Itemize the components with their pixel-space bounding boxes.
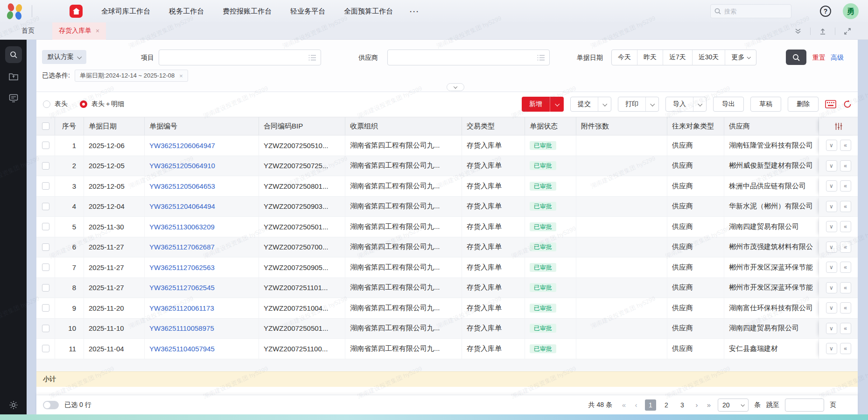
date-quick-3[interactable]: 近7天 (663, 50, 693, 65)
row-collapse-left-icon[interactable]: « (840, 323, 851, 334)
header-cell-10[interactable]: 供应商 (724, 117, 819, 135)
tab-close-icon[interactable]: × (96, 27, 99, 35)
row-expand-icon[interactable]: ∨ (826, 323, 837, 334)
table-row[interactable]: 12025-12-06YW36251206064947YZWZ200725051… (36, 135, 858, 156)
first-page-icon[interactable]: « (621, 401, 627, 409)
table-row[interactable]: 62025-11-27YW36251127062687YZWZ200725070… (36, 237, 858, 258)
date-more-button[interactable]: 更多 (725, 50, 756, 65)
export-button[interactable]: 导出 (713, 97, 744, 112)
search-button[interactable] (786, 50, 806, 65)
row-expand-icon[interactable]: ∨ (826, 180, 837, 192)
header-cell-3[interactable]: 单据编号 (145, 117, 259, 135)
nav-item-5[interactable]: 全面预算工作台 (344, 7, 393, 16)
advanced-link[interactable]: 高级 (831, 54, 844, 62)
doc-number-link[interactable]: YW36251204064494 (145, 197, 259, 217)
row-expand-icon[interactable]: ∨ (826, 221, 837, 232)
row-collapse-left-icon[interactable]: « (840, 262, 851, 273)
import-dropdown-button[interactable] (693, 97, 706, 111)
page-button-2[interactable]: 2 (661, 399, 672, 411)
refresh-icon[interactable] (843, 100, 852, 109)
supplier-input[interactable] (388, 54, 537, 61)
doc-number-link[interactable]: YW36251127062563 (145, 257, 259, 278)
collapse-tabs-icon[interactable] (786, 28, 810, 34)
header-cell-7[interactable]: 单据状态 (525, 117, 576, 135)
page-button-3[interactable]: 3 (677, 399, 688, 411)
prev-page-icon[interactable]: ‹ (633, 401, 639, 409)
row-checkbox[interactable] (42, 223, 49, 230)
row-expand-icon[interactable]: ∨ (826, 242, 837, 253)
row-checkbox[interactable] (42, 325, 49, 332)
global-search-input[interactable] (724, 8, 780, 15)
collapse-filter-button[interactable] (447, 83, 464, 91)
doc-number-link[interactable]: YW36251127062687 (145, 237, 259, 257)
row-expand-icon[interactable]: ∨ (826, 201, 837, 212)
delete-button[interactable]: 删除 (788, 97, 819, 112)
reset-link[interactable]: 重置 (812, 54, 826, 62)
submit-button[interactable]: 提交 (571, 97, 598, 111)
row-collapse-left-icon[interactable]: « (840, 160, 851, 171)
doc-number-link[interactable]: YW36251110058975 (145, 319, 259, 339)
nav-item-1[interactable]: 全球司库工作台 (101, 7, 150, 16)
header-cell-8[interactable]: 附件张数 (576, 117, 667, 135)
row-collapse-left-icon[interactable]: « (840, 180, 851, 192)
sidebar-search-icon[interactable] (5, 46, 22, 63)
radio-checked-icon[interactable] (80, 100, 87, 108)
header-cell-6[interactable]: 交易类型 (462, 117, 525, 135)
table-row[interactable]: 92025-11-20YW36251120061173YZWZ200725100… (36, 298, 858, 319)
table-row[interactable]: 82025-11-27YW36251127062545YZWZ200725110… (36, 278, 858, 299)
view-header-detail-radio[interactable]: 表头＋明细 (80, 100, 124, 108)
doc-number-link[interactable]: YW36251104057945 (145, 339, 259, 359)
row-expand-icon[interactable]: ∨ (826, 140, 837, 151)
row-collapse-left-icon[interactable]: « (840, 302, 851, 313)
tab-home[interactable]: 首页 (21, 27, 35, 35)
sidebar-folder-export-icon[interactable] (5, 69, 22, 85)
keyboard-shortcut-icon[interactable] (825, 100, 836, 108)
table-row[interactable]: 22025-12-05YW36251205064910YZWZ200725072… (36, 156, 858, 177)
view-header-only-radio[interactable]: 表头 (43, 100, 68, 108)
row-expand-icon[interactable]: ∨ (826, 282, 837, 293)
header-cell-9[interactable]: 往来对象类型 (667, 117, 724, 135)
row-expand-icon[interactable]: ∨ (826, 343, 837, 354)
row-checkbox[interactable] (42, 162, 49, 170)
row-checkbox[interactable] (42, 304, 49, 312)
tag-close-icon[interactable]: × (179, 72, 183, 79)
help-icon[interactable]: ? (820, 6, 831, 17)
doc-number-link[interactable]: YW36251206064947 (145, 135, 259, 156)
column-settings-icon[interactable] (835, 123, 842, 130)
table-row[interactable]: 32025-12-05YW36251205064653YZWZ200725080… (36, 176, 858, 197)
row-checkbox[interactable] (42, 182, 49, 190)
row-collapse-left-icon[interactable]: « (840, 221, 851, 232)
avatar[interactable]: 勇 (843, 3, 859, 19)
global-search[interactable] (710, 4, 791, 18)
table-row[interactable]: 72025-11-27YW36251127062563YZWZ200725090… (36, 257, 858, 278)
row-checkbox[interactable] (42, 203, 49, 210)
header-cell-2[interactable]: 单据日期 (84, 117, 145, 135)
doc-number-link[interactable]: YW36251205064910 (145, 156, 259, 176)
doc-number-link[interactable]: YW36251205064653 (145, 176, 259, 196)
header-cell-5[interactable]: 收票组织 (345, 117, 462, 135)
import-button[interactable]: 导入 (666, 97, 693, 111)
tab-inventory-inbound[interactable]: 存货入库单 × (52, 22, 106, 40)
row-collapse-left-icon[interactable]: « (840, 201, 851, 212)
row-expand-icon[interactable]: ∨ (826, 302, 837, 313)
nav-item-2[interactable]: 税务工作台 (169, 7, 204, 16)
nav-item-4[interactable]: 轻业务平台 (290, 7, 325, 16)
row-collapse-left-icon[interactable]: « (840, 242, 851, 253)
doc-number-link[interactable]: YW36251120061173 (145, 298, 259, 318)
supplier-field[interactable] (387, 50, 550, 65)
scheme-select[interactable]: 默认方案 (42, 50, 86, 64)
table-row[interactable]: 52025-11-30YW36251130063209YZWZ200725050… (36, 217, 858, 237)
doc-number-link[interactable]: YW36251127062545 (145, 278, 259, 298)
row-checkbox[interactable] (42, 284, 49, 292)
print-button[interactable]: 打印 (618, 97, 645, 111)
page-size-select[interactable]: 20 (718, 399, 749, 412)
page-button-1[interactable]: 1 (645, 399, 656, 411)
next-page-icon[interactable]: › (693, 401, 700, 409)
row-collapse-left-icon[interactable]: « (840, 140, 851, 151)
project-input[interactable] (159, 54, 308, 61)
last-page-icon[interactable]: » (706, 401, 712, 409)
selection-toggle[interactable] (43, 401, 59, 409)
row-checkbox[interactable] (42, 243, 49, 251)
row-collapse-left-icon[interactable]: « (840, 282, 851, 293)
nav-item-3[interactable]: 费控报账工作台 (223, 7, 272, 16)
